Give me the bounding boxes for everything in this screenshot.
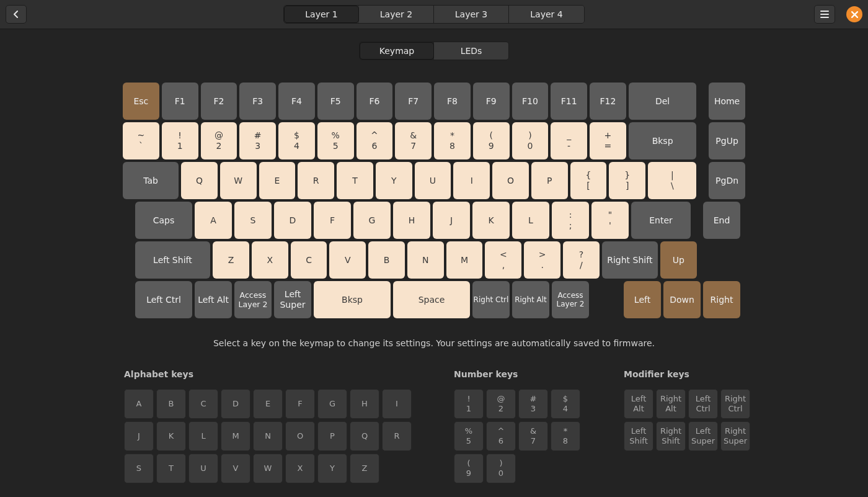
palette-key[interactable]: A	[124, 389, 154, 419]
key[interactable]: Right Ctrl	[472, 281, 510, 318]
key[interactable]: %5	[317, 122, 354, 159]
key[interactable]: (9	[473, 122, 510, 159]
key[interactable]: V	[329, 241, 366, 279]
key[interactable]: A	[195, 202, 232, 239]
palette-key[interactable]: )0	[486, 454, 516, 483]
subtab-keymap[interactable]: Keymap	[360, 42, 434, 60]
key[interactable]: Esc	[123, 83, 159, 120]
palette-key[interactable]: C	[188, 389, 218, 419]
palette-key[interactable]: Y	[317, 454, 347, 483]
key[interactable]: B	[368, 241, 405, 279]
key[interactable]: F12	[590, 83, 626, 120]
key[interactable]: >.	[524, 241, 560, 279]
close-button[interactable]	[846, 6, 862, 22]
key[interactable]: {[	[570, 162, 607, 199]
palette-key[interactable]: #3	[518, 389, 548, 419]
key[interactable]: Bksp	[314, 281, 391, 318]
palette-key[interactable]: (9	[454, 454, 484, 483]
palette-key[interactable]: N	[253, 421, 283, 451]
key[interactable]: F6	[356, 83, 393, 120]
key[interactable]: K	[472, 202, 510, 239]
key[interactable]: F3	[239, 83, 276, 120]
key[interactable]: LeftSuper	[274, 281, 311, 318]
palette-key[interactable]: K	[156, 421, 186, 451]
key[interactable]: I	[453, 162, 490, 199]
key[interactable]: Tab	[123, 162, 179, 199]
key[interactable]: PgDn	[709, 162, 745, 199]
palette-key[interactable]: I	[382, 389, 412, 419]
palette-key[interactable]: L	[188, 421, 218, 451]
key[interactable]: H	[393, 202, 430, 239]
key[interactable]: Down	[663, 281, 701, 318]
key[interactable]: F2	[201, 83, 237, 120]
key[interactable]: @2	[201, 122, 237, 159]
key[interactable]: }]	[609, 162, 645, 199]
key[interactable]: E	[259, 162, 296, 199]
palette-key[interactable]: T	[156, 454, 186, 483]
key[interactable]: PgUp	[709, 122, 745, 159]
key[interactable]: R	[298, 162, 334, 199]
key[interactable]: F10	[512, 83, 549, 120]
palette-key[interactable]: D	[221, 389, 250, 419]
palette-key[interactable]: RightSuper	[720, 421, 750, 451]
key[interactable]: Bksp	[629, 122, 697, 159]
key[interactable]: Q	[181, 162, 218, 199]
key[interactable]: F9	[473, 83, 510, 120]
palette-key[interactable]: LeftAlt	[624, 389, 653, 419]
key[interactable]: D	[274, 202, 311, 239]
key[interactable]: Right Alt	[512, 281, 549, 318]
key[interactable]: Left Shift	[135, 241, 210, 279]
key[interactable]: F8	[434, 83, 471, 120]
menu-button[interactable]	[814, 5, 835, 24]
palette-key[interactable]: LeftShift	[624, 421, 653, 451]
palette-key[interactable]: !1	[454, 389, 484, 419]
key[interactable]: Caps	[135, 202, 192, 239]
palette-key[interactable]: G	[317, 389, 347, 419]
key[interactable]: :;	[552, 202, 589, 239]
key[interactable]: End	[703, 202, 740, 239]
key[interactable]: *8	[434, 122, 471, 159]
key[interactable]: _-	[551, 122, 587, 159]
key[interactable]: Enter	[631, 202, 691, 239]
key[interactable]: "'	[591, 202, 629, 239]
palette-key[interactable]: *8	[551, 421, 580, 451]
palette-key[interactable]: V	[221, 454, 250, 483]
key[interactable]: +=	[590, 122, 626, 159]
key[interactable]: |\	[648, 162, 696, 199]
key[interactable]: F	[314, 202, 351, 239]
back-button[interactable]	[6, 5, 27, 24]
key[interactable]: #3	[239, 122, 276, 159]
key[interactable]: &7	[395, 122, 432, 159]
key[interactable]: T	[337, 162, 373, 199]
key[interactable]: ^6	[356, 122, 393, 159]
palette-key[interactable]: @2	[486, 389, 516, 419]
key[interactable]: <,	[485, 241, 521, 279]
key[interactable]: Right	[703, 281, 740, 318]
key[interactable]: G	[353, 202, 391, 239]
key[interactable]: Z	[213, 241, 249, 279]
key[interactable]: P	[531, 162, 568, 199]
layer-tab-3[interactable]: Layer 3	[434, 6, 509, 23]
key[interactable]: AccessLayer 2	[234, 281, 272, 318]
layer-tab-2[interactable]: Layer 2	[359, 6, 434, 23]
palette-key[interactable]: H	[350, 389, 379, 419]
key[interactable]: Right Shift	[602, 241, 658, 279]
palette-key[interactable]: RightAlt	[656, 389, 686, 419]
key[interactable]: ~`	[123, 122, 159, 159]
key[interactable]: C	[291, 241, 327, 279]
palette-key[interactable]: J	[124, 421, 154, 451]
key[interactable]: Left	[624, 281, 661, 318]
palette-key[interactable]: F	[285, 389, 315, 419]
palette-key[interactable]: Z	[350, 454, 379, 483]
palette-key[interactable]: Q	[350, 421, 379, 451]
key[interactable]: F7	[395, 83, 432, 120]
palette-key[interactable]: LeftCtrl	[688, 389, 718, 419]
palette-key[interactable]: RightCtrl	[720, 389, 750, 419]
palette-key[interactable]: ^6	[486, 421, 516, 451]
key[interactable]: U	[415, 162, 451, 199]
key[interactable]: Access Layer 2	[552, 281, 589, 318]
key[interactable]: S	[234, 202, 272, 239]
palette-key[interactable]: X	[285, 454, 315, 483]
key[interactable]: L	[512, 202, 549, 239]
key[interactable]: F5	[317, 83, 354, 120]
